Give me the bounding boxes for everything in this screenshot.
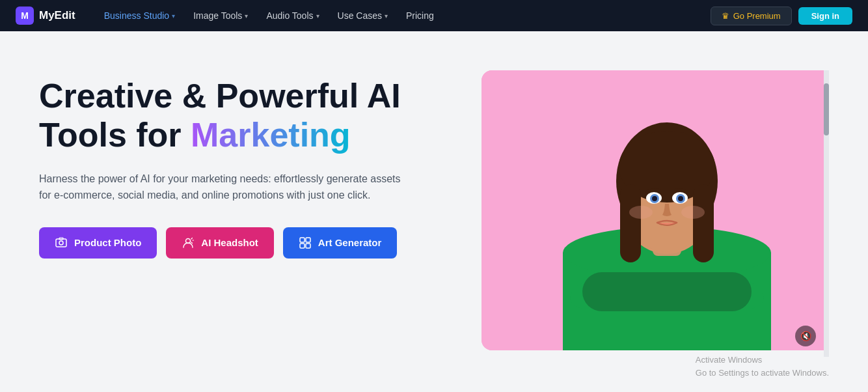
nav-item-pricing[interactable]: Pricing bbox=[398, 7, 442, 25]
svg-rect-4 bbox=[300, 238, 305, 242]
svg-rect-7 bbox=[306, 244, 310, 248]
nav-items: Business Studio ▾ Image Tools ▾ Audio To… bbox=[96, 7, 705, 25]
art-generator-icon bbox=[299, 236, 312, 249]
nav-right: ♛ Go Premium Sign in bbox=[711, 7, 852, 25]
scrollbar-track[interactable] bbox=[824, 70, 829, 357]
svg-rect-14 bbox=[582, 272, 752, 311]
hero-buttons: Product Photo AI Headshot bbox=[39, 227, 442, 259]
hero-title: Creative & Powerful AI Tools for Marketi… bbox=[39, 77, 442, 155]
hero-section: Creative & Powerful AI Tools for Marketi… bbox=[0, 31, 868, 392]
go-premium-button[interactable]: ♛ Go Premium bbox=[711, 7, 792, 25]
logo-icon: M bbox=[16, 7, 34, 25]
svg-point-26 bbox=[652, 196, 657, 201]
hero-description: Harness the power of AI for your marketi… bbox=[39, 171, 403, 204]
mute-button[interactable]: 🔇 bbox=[795, 326, 816, 346]
product-photo-icon bbox=[55, 236, 68, 249]
hero-right: 🔇 bbox=[468, 70, 829, 357]
ai-headshot-button[interactable]: AI Headshot bbox=[166, 227, 274, 259]
nav-item-image-tools[interactable]: Image Tools ▾ bbox=[185, 7, 256, 25]
svg-rect-0 bbox=[56, 239, 66, 247]
sign-in-button[interactable]: Sign in bbox=[798, 7, 852, 25]
svg-rect-20 bbox=[620, 184, 641, 262]
hero-image-container: 🔇 bbox=[468, 70, 829, 357]
crown-icon: ♛ bbox=[722, 11, 729, 21]
svg-rect-21 bbox=[693, 184, 714, 262]
svg-rect-5 bbox=[306, 238, 310, 242]
nav-item-audio-tools[interactable]: Audio Tools ▾ bbox=[258, 7, 327, 25]
product-photo-button[interactable]: Product Photo bbox=[39, 227, 157, 259]
ai-headshot-icon bbox=[182, 236, 195, 249]
chevron-down-icon: ▾ bbox=[385, 12, 388, 20]
mute-icon: 🔇 bbox=[800, 331, 811, 341]
logo[interactable]: M MyEdit bbox=[16, 7, 75, 25]
nav-item-use-cases[interactable]: Use Cases ▾ bbox=[330, 7, 396, 25]
logo-text: MyEdit bbox=[39, 9, 75, 22]
nav-item-business-studio[interactable]: Business Studio ▾ bbox=[96, 7, 183, 25]
hero-left: Creative & Powerful AI Tools for Marketi… bbox=[39, 70, 442, 259]
chevron-down-icon: ▾ bbox=[245, 12, 248, 20]
hero-title-highlight: Marketing bbox=[191, 116, 351, 154]
hero-main-photo bbox=[481, 70, 829, 350]
windows-watermark: Activate Windows Go to Settings to activ… bbox=[696, 354, 829, 379]
svg-rect-6 bbox=[300, 244, 305, 248]
navigation: M MyEdit Business Studio ▾ Image Tools ▾… bbox=[0, 0, 868, 31]
chevron-down-icon: ▾ bbox=[316, 12, 319, 20]
art-generator-button[interactable]: Art Generator bbox=[283, 227, 398, 259]
chevron-down-icon: ▾ bbox=[172, 12, 175, 20]
scrollbar-thumb[interactable] bbox=[824, 83, 829, 135]
svg-point-28 bbox=[629, 206, 653, 219]
svg-point-27 bbox=[678, 196, 683, 201]
svg-point-1 bbox=[59, 241, 63, 245]
svg-point-29 bbox=[681, 206, 705, 219]
